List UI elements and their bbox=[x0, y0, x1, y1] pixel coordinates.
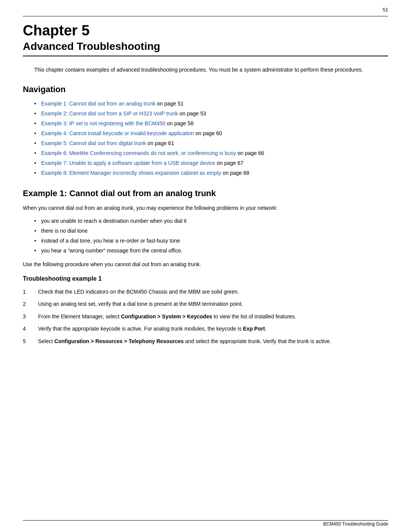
step-text-5: Select Configuration > Resources > Telep… bbox=[38, 338, 331, 344]
nav-suffix-8: on page 68 bbox=[221, 170, 249, 176]
step-1: 1 Check that the LED indicators on the B… bbox=[23, 288, 388, 296]
example1-heading: Example 1: Cannot dial out from an analo… bbox=[23, 189, 388, 198]
bottom-rule bbox=[23, 520, 388, 521]
nav-suffix-2: on page 53 bbox=[178, 110, 206, 117]
step-text-4: Verify that the appropriate keycode is a… bbox=[38, 326, 266, 332]
step-5-bold: Configuration > Resources > Telephony Re… bbox=[54, 338, 184, 344]
nav-suffix-1: on page 51 bbox=[155, 101, 183, 107]
nav-link-3[interactable]: Example 3: IP set is not registering wit… bbox=[41, 120, 166, 126]
step-number-5: 5 bbox=[23, 337, 34, 345]
content-area: Chapter 5 Advanced Troubleshooting This … bbox=[23, 0, 388, 345]
page-container: 51 Chapter 5 Advanced Troubleshooting Th… bbox=[0, 0, 411, 532]
nav-suffix-6: on page 66 bbox=[236, 150, 264, 156]
step-4-bold: Exp Port bbox=[243, 326, 265, 332]
step-number-3: 3 bbox=[23, 312, 34, 321]
page-number: 51 bbox=[383, 7, 388, 13]
list-item: Example 8: Element Manager incorrectly s… bbox=[34, 169, 388, 177]
step-3-bold: Configuration > System > Keycodes bbox=[121, 313, 212, 320]
nav-suffix-3: on page 58 bbox=[166, 120, 194, 126]
step-4: 4 Verify that the appropriate keycode is… bbox=[23, 324, 388, 333]
example1-intro: When you cannot dial out from an analog … bbox=[23, 204, 388, 212]
top-rule bbox=[23, 16, 388, 16]
intro-text: This chapter contains examples of advanc… bbox=[34, 66, 377, 74]
list-item: Example 6: MeetMe Conferencing commands … bbox=[34, 149, 388, 157]
nav-suffix-7: on page 67 bbox=[215, 160, 244, 166]
nav-link-7[interactable]: Example 7: Unable to apply a software up… bbox=[41, 160, 215, 166]
step-text-1: Check that the LED indicators on the BCM… bbox=[38, 289, 239, 295]
nav-link-1[interactable]: Example 1: Cannot dial out from an analo… bbox=[41, 101, 155, 107]
nav-link-5[interactable]: Example 5: Cannot dial out from digital … bbox=[41, 140, 146, 146]
list-item: instead of a dial tone, you hear a re-or… bbox=[34, 237, 388, 245]
list-item: Example 3: IP set is not registering wit… bbox=[34, 120, 388, 128]
nav-link-8[interactable]: Example 8: Element Manager incorrectly s… bbox=[41, 170, 221, 176]
list-item: Example 2: Cannot dial out from a SIP or… bbox=[34, 110, 388, 118]
list-item: there is no dial tone bbox=[34, 227, 388, 235]
list-item: you are unable to reach a destination nu… bbox=[34, 217, 388, 225]
step-2: 2 Using an analog test set, verify that … bbox=[23, 300, 388, 308]
step-3: 3 From the Element Manager, select Confi… bbox=[23, 312, 388, 321]
chapter-title: Advanced Troubleshooting bbox=[23, 40, 388, 53]
nav-suffix-5: on page 61 bbox=[146, 140, 174, 146]
nav-link-2[interactable]: Example 2: Cannot dial out from a SIP or… bbox=[41, 110, 178, 117]
step-number-4: 4 bbox=[23, 324, 34, 333]
list-item: Example 5: Cannot dial out from digital … bbox=[34, 139, 388, 147]
list-item: Example 7: Unable to apply a software up… bbox=[34, 159, 388, 167]
step-5: 5 Select Configuration > Resources > Tel… bbox=[23, 337, 388, 345]
step-number-1: 1 bbox=[23, 288, 34, 296]
list-item: Example 4: Cannot install keycode or inv… bbox=[34, 129, 388, 137]
step-text-2: Using an analog test set, verify that a … bbox=[38, 301, 243, 307]
step-text-3: From the Element Manager, select Configu… bbox=[38, 313, 296, 320]
nav-link-6[interactable]: Example 6: MeetMe Conferencing commands … bbox=[41, 150, 236, 156]
problems-list: you are unable to reach a destination nu… bbox=[34, 217, 388, 255]
list-item: Example 1: Cannot dial out from an analo… bbox=[34, 100, 388, 108]
steps-list: 1 Check that the LED indicators on the B… bbox=[23, 288, 388, 345]
step-number-2: 2 bbox=[23, 300, 34, 308]
navigation-heading: Navigation bbox=[23, 85, 388, 94]
chapter-title-rule bbox=[23, 56, 388, 56]
list-item: you hear a “wrong number” message from t… bbox=[34, 247, 388, 255]
navigation-list: Example 1: Cannot dial out from an analo… bbox=[34, 100, 388, 177]
nav-link-4[interactable]: Example 4: Cannot install keycode or inv… bbox=[41, 130, 194, 136]
procedure-note: Use the following procedure when you can… bbox=[23, 260, 388, 268]
troubleshooting-subheading: Troubleshooting example 1 bbox=[23, 275, 388, 282]
chapter-label: Chapter 5 bbox=[23, 23, 388, 39]
footer-text: BCM450 Troubleshooting Guide bbox=[323, 521, 388, 527]
nav-suffix-4: on page 60 bbox=[194, 130, 222, 136]
